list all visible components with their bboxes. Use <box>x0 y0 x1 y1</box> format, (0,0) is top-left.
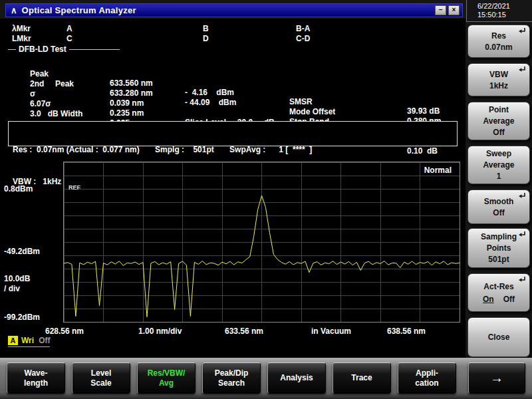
tab-label: Level <box>91 368 112 378</box>
tab-peak-dip-search[interactable]: Peak/Dip Search <box>202 362 261 394</box>
tab-analysis[interactable]: Analysis <box>267 362 326 394</box>
clock-date: 6/22/2021 <box>477 2 532 11</box>
softkey-value: Off <box>493 128 504 137</box>
trace-state-label: Off <box>39 336 50 345</box>
trace-annunciator: A Wri Off <box>8 336 50 347</box>
softkey-value: Off <box>493 208 504 217</box>
more-options-icon <box>518 66 526 72</box>
softkey-smooth[interactable]: Smooth Off <box>467 190 530 224</box>
x-axis-start-label: 628.56 nm <box>45 327 84 336</box>
level-marker-label: LMkr <box>12 34 31 43</box>
tab-label: Res/VBW/ <box>148 368 186 378</box>
result-row: 6.07σ 0.235 nm Slice Level 20.0 dB Cente… <box>0 90 466 100</box>
result-row: Peak 633.560 nm - 4.16 dBm SMSR 39.93 dB <box>0 60 466 70</box>
marker-a-label: A <box>66 24 72 33</box>
softkey-value: 1 <box>497 172 501 181</box>
softkey-sweep-average[interactable]: Sweep Average 1 <box>467 146 530 184</box>
act-res-on-option[interactable]: On <box>483 295 494 304</box>
minimize-button[interactable]: – <box>435 5 446 15</box>
marker-ba-label: B-A <box>296 24 310 33</box>
tab-label: Avg <box>159 378 174 388</box>
result-wavelength: 0.235 nm <box>110 108 144 118</box>
spectrum-trace <box>64 162 460 322</box>
group-rule-left <box>8 49 16 50</box>
act-res-off-option[interactable]: Off <box>503 295 515 304</box>
softkey-sampling-points[interactable]: Sampling Points 501pt <box>467 228 530 268</box>
y-axis-scale-label: 10.0dB <box>4 274 30 283</box>
more-options-icon <box>518 27 526 34</box>
marker-cd-label: C-D <box>296 34 310 43</box>
x-axis-div-label: 1.00 nm/div <box>138 327 182 336</box>
group-rule-right <box>69 49 120 50</box>
active-trace-badge: A <box>8 336 18 345</box>
test-group-label: DFB-LD Test <box>19 45 66 54</box>
tab-label: Analysis <box>280 373 313 383</box>
tab-label: Trace <box>351 373 372 383</box>
y-axis-scale-label2: / div <box>4 284 20 293</box>
result-row: σ 0.039 nm Stop Band 0.740 nm <box>0 80 466 90</box>
tab-label: Scale <box>90 378 111 388</box>
tab-res-vbw-avg[interactable]: Res/VBW/ Avg <box>137 362 196 394</box>
more-options-icon <box>518 276 526 283</box>
marker-b-label: B <box>203 24 209 33</box>
tab-application[interactable]: Appli- cation <box>398 362 456 394</box>
trace-write-label: Wri <box>21 336 34 345</box>
lambda-marker-label: λMkr <box>12 24 31 33</box>
result-row: 3.0 dB Width 0.095 nm Search Resolution … <box>0 100 466 110</box>
softkey-label: Average <box>483 160 515 170</box>
softkey-close[interactable]: Close <box>467 317 530 357</box>
y-axis-ref-label: 0.8dBm <box>4 184 33 194</box>
tab-label: Search <box>218 378 245 388</box>
osa-screen: ∧ Optical Spectrum Analyzer – × 6/22/202… <box>0 0 532 399</box>
y-axis-bottom-label: -99.2dBm <box>4 313 40 322</box>
sweep-settings-box: Res : 0.07nm (Actual : 0.077 nm) Smplg :… <box>8 121 458 146</box>
tab-more-arrow[interactable]: → <box>468 362 525 394</box>
softkey-res[interactable]: Res 0.07nm <box>467 25 530 58</box>
right-arrow-icon: → <box>490 373 503 383</box>
softkey-label: VBW <box>489 70 508 79</box>
tab-label: cation <box>415 378 438 388</box>
y-axis-mid-label: -49.2dBm <box>4 247 40 256</box>
more-options-icon <box>518 192 526 199</box>
app-title: Optical Spectrum Analyzer <box>22 5 136 15</box>
title-bar: ∧ Optical Spectrum Analyzer – × <box>5 3 463 17</box>
x-axis-center-label: 633.56 nm <box>225 327 263 336</box>
tab-trace[interactable]: Trace <box>332 362 391 394</box>
softkey-value: 501pt <box>488 255 509 264</box>
tab-label: Peak/Dip <box>215 368 249 378</box>
marker-d-label: D <box>203 34 209 43</box>
softkey-label: Points <box>487 243 511 253</box>
tab-wavelength[interactable]: Wave- length <box>7 362 65 394</box>
brand-logo-icon: ∧ <box>11 5 17 15</box>
tab-label: length <box>24 378 48 388</box>
tab-level-scale[interactable]: Level Scale <box>72 362 130 394</box>
clock-time: 15:50:15 <box>477 11 532 19</box>
tab-label: Appli- <box>416 368 438 378</box>
softkey-vbw[interactable]: VBW 1kHz <box>467 63 530 96</box>
settings-line-1: Res : 0.07nm (Actual : 0.077 nm) Smplg :… <box>13 144 453 155</box>
softkey-label: Res <box>491 31 506 41</box>
result-label: 3.0 dB Width <box>30 109 82 118</box>
softkey-label: Point <box>489 105 509 114</box>
softkey-label: Act-Res <box>483 282 513 291</box>
function-menu-bar: Wave- length Level Scale Res/VBW/ Avg Pe… <box>0 358 532 399</box>
spectrum-plot: REF Normal <box>63 162 460 323</box>
more-options-icon <box>518 231 526 237</box>
tab-label: Wave- <box>25 368 48 378</box>
softkey-label: Sampling <box>481 232 517 241</box>
softkey-act-res[interactable]: Act-Res On Off <box>467 273 530 312</box>
result-row: 2nd Peak 633.280 nm - 44.09 dBm Mode Off… <box>0 70 466 80</box>
softkey-point-average[interactable]: Point Average Off <box>467 102 530 140</box>
softkey-value: 1kHz <box>489 81 508 90</box>
clock-panel: 6/22/2021 15:50:15 <box>466 0 532 22</box>
close-window-button[interactable]: × <box>448 5 460 15</box>
softkey-label: Close <box>488 332 510 342</box>
softkey-label: Sweep <box>486 149 511 158</box>
softkey-label: Smooth <box>484 197 514 206</box>
softkey-label: Average <box>483 116 515 126</box>
marker-c-label: C <box>66 34 72 43</box>
softkey-value: 0.07nm <box>485 43 512 52</box>
x-axis-end-label: 638.56 nm <box>387 327 426 336</box>
x-axis-medium-label: in Vacuum <box>311 327 351 336</box>
